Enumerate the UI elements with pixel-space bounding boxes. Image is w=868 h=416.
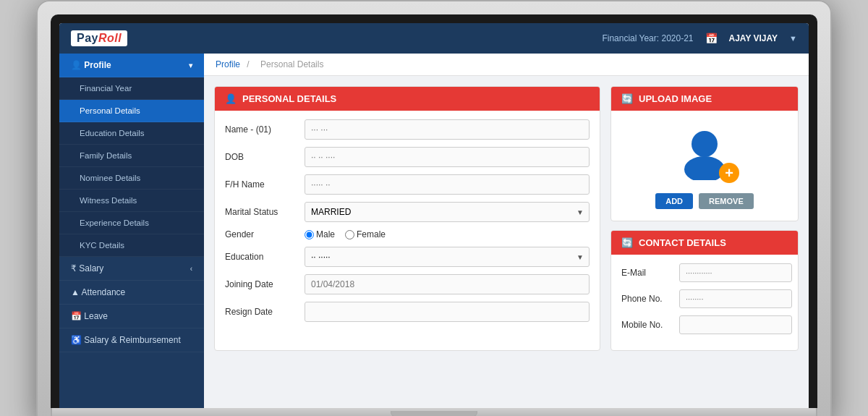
breadcrumb: Profile / Personal Details	[204, 54, 809, 76]
sidebar-item-kyc-details[interactable]: KYC Details	[59, 234, 204, 257]
upload-icon: 🔄	[621, 93, 633, 104]
leave-icon: 📅 Leave	[71, 311, 108, 321]
marital-status-select[interactable]: MARRIED SINGLE DIVORCED	[305, 202, 590, 222]
breadcrumb-profile-link[interactable]: Profile	[216, 59, 240, 69]
email-input[interactable]	[679, 263, 792, 282]
joining-date-row: Joining Date	[225, 274, 590, 294]
phone-input[interactable]	[679, 289, 792, 308]
marital-status-label: Marital Status	[225, 207, 305, 217]
gender-female-option[interactable]: Female	[345, 229, 386, 239]
joining-date-input[interactable]	[305, 274, 590, 294]
joining-date-label: Joining Date	[225, 279, 305, 289]
sidebar-item-nominee-details[interactable]: Nominee Details	[59, 167, 204, 190]
education-select[interactable]: ·· ·····	[305, 247, 590, 267]
reimbursement-icon: ♿ Salary & Reimbursement	[71, 335, 181, 345]
chevron-icon: ▾	[189, 61, 192, 69]
sidebar-item-education-details[interactable]: Education Details	[59, 122, 204, 145]
laptop-base	[51, 408, 817, 416]
gender-male-label: Male	[316, 229, 335, 239]
right-panels: 🔄 UPLOAD IMAGE	[610, 86, 799, 351]
resign-date-row: Resign Date	[225, 302, 590, 322]
upload-image-header: 🔄 UPLOAD IMAGE	[611, 87, 798, 111]
marital-status-wrapper: MARRIED SINGLE DIVORCED ▼	[305, 202, 590, 222]
marital-status-row: Marital Status MARRIED SINGLE DIVORCED	[225, 202, 590, 222]
top-bar: PayRoll Financial Year: 2020-21 📅 AJAY V…	[59, 23, 809, 54]
phone-label: Phone No.	[621, 294, 679, 304]
breadcrumb-separator: /	[247, 59, 249, 69]
add-photo-badge: +	[719, 163, 739, 183]
sidebar-item-personal-details[interactable]: Personal Details	[59, 100, 204, 122]
sidebar-item-witness-details[interactable]: Witness Details	[59, 190, 204, 212]
gender-female-label: Female	[357, 229, 386, 239]
name-label: Name - (01)	[225, 124, 305, 135]
inner-content: 👤 PERSONAL DETAILS Name - (01)	[204, 76, 809, 361]
svg-point-0	[684, 156, 725, 180]
sidebar-item-leave[interactable]: 📅 Leave	[59, 305, 204, 328]
logo-pay: Pay	[77, 32, 98, 44]
gender-row: Gender Male	[225, 229, 590, 239]
personal-details-panel: 👤 PERSONAL DETAILS Name - (01)	[214, 86, 600, 351]
financial-year-label: Financial Year: 2020-21	[602, 33, 693, 43]
chevron-salary-icon: ‹	[190, 265, 192, 273]
app-logo: PayRoll	[71, 30, 127, 46]
resign-date-label: Resign Date	[225, 307, 305, 317]
sidebar-item-attendance[interactable]: ▲ Attendance	[59, 281, 204, 305]
sidebar-item-salary-reimbursement[interactable]: ♿ Salary & Reimbursement	[59, 328, 204, 352]
contact-details-header: 🔄 CONTACT DETAILS	[611, 231, 798, 255]
sidebar-item-salary[interactable]: ₹ Salary ‹	[59, 257, 204, 281]
sidebar-item-experience-details[interactable]: Experience Details	[59, 212, 204, 234]
education-wrapper: ·· ····· ▼	[305, 247, 590, 267]
breadcrumb-current: Personal Details	[260, 59, 323, 69]
email-label: E-Mail	[621, 268, 679, 278]
contact-icon: 🔄	[621, 237, 633, 248]
sidebar-item-financial-year[interactable]: Financial Year	[59, 77, 204, 100]
add-image-button[interactable]: ADD	[655, 193, 693, 209]
upload-image-panel: 🔄 UPLOAD IMAGE	[610, 86, 799, 221]
mobile-input[interactable]	[679, 315, 792, 334]
fh-name-row: F/H Name	[225, 174, 590, 195]
mobile-row: Mobile No.	[621, 315, 788, 334]
contact-details-body: E-Mail Phone No. Mobile No	[611, 255, 798, 350]
contact-details-panel: 🔄 CONTACT DETAILS E-Mail	[610, 230, 799, 351]
sidebar-item-family-details[interactable]: Family Details	[59, 145, 204, 167]
svg-point-1	[692, 131, 718, 157]
dob-row: DOB	[225, 147, 590, 167]
avatar-container: +	[676, 122, 733, 183]
user-dropdown-icon[interactable]: ▼	[789, 34, 797, 43]
name-row: Name - (01)	[225, 119, 590, 140]
dob-input[interactable]	[305, 147, 590, 167]
education-label: Education	[225, 252, 305, 262]
personal-details-body: Name - (01) DOB F/H Name	[215, 111, 600, 338]
mobile-label: Mobile No.	[621, 320, 679, 330]
attendance-icon: ▲ Attendance	[71, 287, 125, 297]
person-icon: 👤	[225, 93, 237, 104]
sidebar-item-profile[interactable]: 👤 Profile ▾	[59, 54, 204, 77]
user-name: AJAY VIJAY	[729, 33, 778, 43]
fh-name-label: F/H Name	[225, 179, 305, 190]
personal-details-header: 👤 PERSONAL DETAILS	[215, 87, 600, 111]
logo-roll: Roll	[98, 32, 122, 44]
salary-icon: ₹ Salary	[71, 263, 103, 273]
content-area: Profile / Personal Details 👤 PERSONAL DE…	[204, 54, 809, 408]
main-layout: 👤 Profile ▾ Financial Year Personal Deta…	[59, 54, 809, 408]
top-right: Financial Year: 2020-21 📅 AJAY VIJAY ▼	[602, 33, 797, 44]
dob-label: DOB	[225, 152, 305, 162]
name-input[interactable]	[305, 119, 590, 140]
gender-male-radio[interactable]	[305, 230, 314, 239]
calendar-icon: 📅	[705, 33, 718, 44]
remove-image-button[interactable]: REMOVE	[699, 193, 754, 209]
resign-date-input[interactable]	[305, 302, 590, 322]
phone-row: Phone No.	[621, 289, 788, 308]
gender-radio-group: Male Female	[305, 229, 386, 239]
fh-name-input[interactable]	[305, 174, 590, 195]
upload-buttons: ADD REMOVE	[655, 193, 754, 209]
laptop-notch	[391, 411, 477, 416]
gender-label: Gender	[225, 229, 305, 239]
sidebar: 👤 Profile ▾ Financial Year Personal Deta…	[59, 54, 204, 408]
education-row: Education ·· ····· ▼	[225, 247, 590, 267]
gender-female-radio[interactable]	[345, 230, 354, 239]
email-row: E-Mail	[621, 263, 788, 282]
gender-male-option[interactable]: Male	[305, 229, 335, 239]
upload-image-body: + ADD REMOVE	[611, 111, 798, 221]
profile-icon: 👤 Profile	[71, 60, 111, 70]
